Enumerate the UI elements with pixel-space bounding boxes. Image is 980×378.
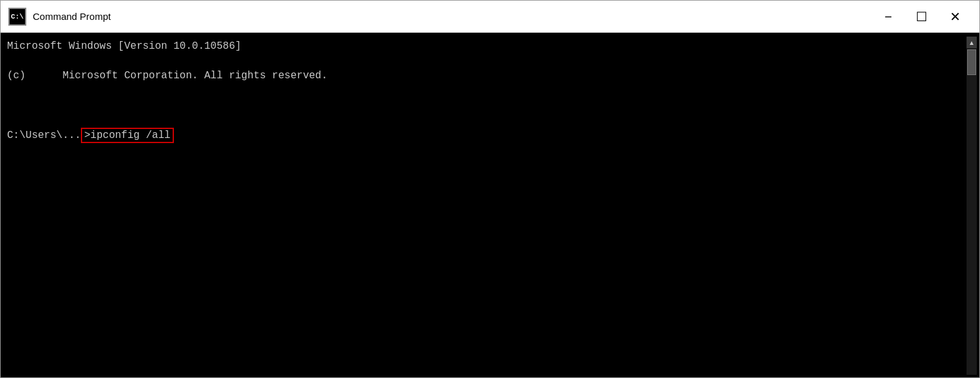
window-title: Command Prompt [33, 11, 872, 22]
output-line-3 [7, 99, 963, 114]
minimize-button[interactable]: − [872, 1, 905, 33]
scrollbar-up-button[interactable]: ▲ [967, 37, 977, 48]
title-bar: C:\ Command Prompt − ☐ ✕ [1, 1, 979, 33]
window-controls: − ☐ ✕ [872, 1, 972, 33]
scrollbar-thumb[interactable] [967, 49, 976, 75]
close-button[interactable]: ✕ [938, 1, 972, 33]
command-text: >ipconfig /all [84, 130, 170, 141]
app-icon: C:\ [8, 8, 26, 26]
output-line-2: (c) Microsoft Corporation. All rights re… [7, 69, 963, 83]
terminal-body[interactable]: Microsoft Windows [Version 10.0.10586] (… [1, 33, 979, 377]
command-highlight: >ipconfig /all [81, 128, 173, 143]
terminal-output[interactable]: Microsoft Windows [Version 10.0.10586] (… [3, 37, 967, 375]
prompt-text: C:\Users\... [7, 130, 81, 141]
maximize-button[interactable]: ☐ [905, 1, 938, 33]
prompt-line: C:\Users\...>ipconfig /all [7, 128, 963, 143]
scrollbar[interactable]: ▲ [967, 37, 977, 375]
output-line-1: Microsoft Windows [Version 10.0.10586] [7, 39, 963, 54]
cmd-window: C:\ Command Prompt − ☐ ✕ Microsoft Windo… [0, 0, 980, 378]
